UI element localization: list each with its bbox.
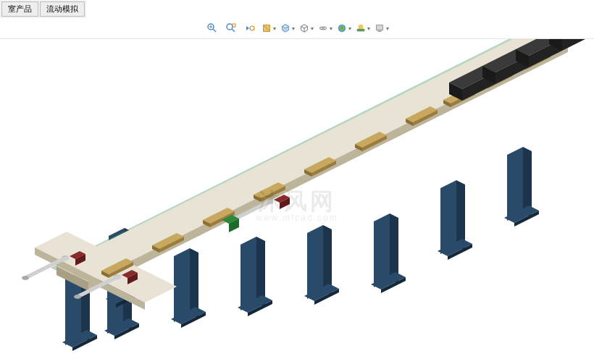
appearance-icon[interactable]: ▾	[337, 21, 351, 35]
cad-app-window: 室产品 流动模拟 ▾ ▾ ▾ ▾ ▾	[0, 0, 594, 364]
svg-rect-20	[377, 25, 383, 30]
previous-view-icon[interactable]	[243, 21, 257, 35]
svg-line-1	[213, 29, 216, 32]
zoom-area-icon[interactable]	[224, 21, 238, 35]
dropdown-icon[interactable]: ▾	[273, 25, 276, 32]
svg-point-13	[320, 27, 323, 30]
cad-3d-viewport[interactable]: 沐风网 www.mfcad.com	[0, 39, 594, 364]
svg-point-7	[250, 26, 254, 30]
svg-point-14	[324, 27, 327, 30]
scene-icon[interactable]: ▾	[356, 21, 370, 35]
display-style-icon[interactable]: ▾	[280, 21, 295, 35]
tab-products[interactable]: 室产品	[1, 1, 38, 17]
dropdown-icon[interactable]: ▾	[330, 25, 332, 32]
svg-rect-19	[357, 29, 365, 32]
render-settings-icon[interactable]: ▾	[375, 21, 389, 35]
svg-line-5	[232, 29, 235, 32]
command-tabs: 室产品 流动模拟	[0, 0, 86, 18]
svg-point-18	[359, 25, 364, 30]
dropdown-icon[interactable]: ▾	[367, 25, 370, 32]
dropdown-icon[interactable]: ▾	[311, 25, 314, 32]
dropdown-icon[interactable]: ▾	[292, 25, 295, 32]
svg-line-11	[301, 26, 304, 28]
svg-line-12	[304, 26, 307, 28]
svg-point-17	[338, 25, 346, 33]
dropdown-icon[interactable]: ▾	[386, 25, 389, 32]
edges-icon[interactable]: ▾	[318, 21, 332, 35]
view-toolbar: ▾ ▾ ▾ ▾ ▾ ▾ ▾	[0, 18, 594, 39]
section-view-icon[interactable]: ▾	[262, 21, 276, 35]
tab-flow-sim[interactable]: 流动模拟	[40, 1, 85, 17]
zoom-fit-icon[interactable]	[205, 21, 219, 35]
svg-rect-21	[377, 31, 381, 32]
svg-point-4	[227, 24, 233, 30]
hidden-lines-icon[interactable]: ▾	[299, 21, 314, 35]
assembly-model	[0, 39, 594, 364]
dropdown-icon[interactable]: ▾	[348, 25, 351, 32]
